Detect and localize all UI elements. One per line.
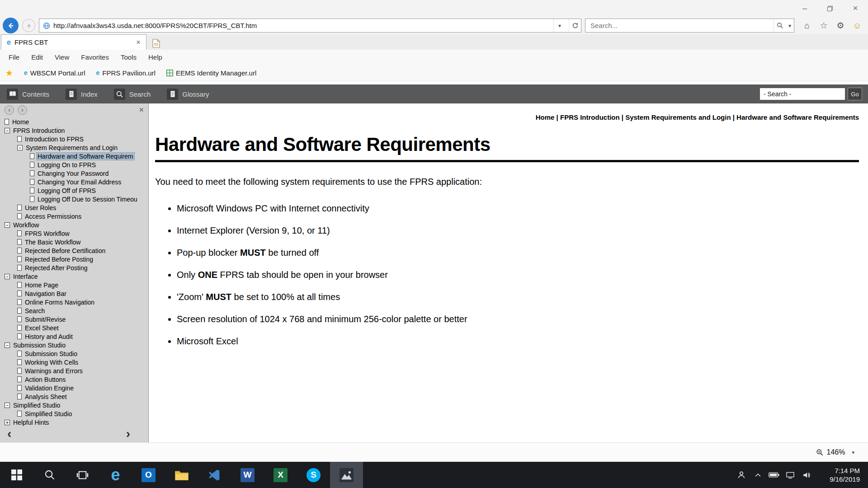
toc-item[interactable]: Analysis Sheet bbox=[0, 392, 148, 401]
toc-item[interactable]: Introduction to FPRS bbox=[0, 135, 148, 143]
toc-item[interactable]: User Roles bbox=[0, 203, 148, 212]
toc-item[interactable]: Action Buttons bbox=[0, 375, 148, 384]
toc-item[interactable]: Validation Engine bbox=[0, 384, 148, 392]
battery-indicator[interactable] bbox=[766, 462, 782, 488]
taskbar-search-button[interactable] bbox=[33, 462, 66, 488]
toc-item[interactable]: Search bbox=[0, 306, 148, 315]
zoom-dropdown-button[interactable]: ▾ bbox=[852, 450, 854, 455]
toc-item[interactable]: Excel Sheet bbox=[0, 324, 148, 332]
toc-forward-button[interactable]: › bbox=[18, 105, 27, 115]
toc-item[interactable]: −Interface bbox=[0, 272, 148, 281]
taskbar-clock[interactable]: 7:14 PM 9/16/2019 bbox=[815, 466, 868, 483]
search-dropdown-button[interactable]: ▾ bbox=[786, 19, 794, 32]
new-tab-button[interactable] bbox=[148, 37, 164, 50]
search-button[interactable] bbox=[774, 19, 786, 32]
toc-item[interactable]: The Basic Workflow bbox=[0, 238, 148, 246]
toc-item[interactable]: Online Forms Navigation bbox=[0, 298, 148, 306]
favorites-button[interactable]: ☆ bbox=[817, 19, 830, 32]
contents-button[interactable]: Contents bbox=[7, 89, 49, 100]
index-button[interactable]: Index bbox=[66, 89, 98, 100]
refresh-button[interactable] bbox=[569, 19, 581, 32]
toc-item[interactable]: Access Permissions bbox=[0, 212, 148, 221]
favorite-eems-identity-manager[interactable]: EEMS Identity Manager.url bbox=[166, 69, 256, 77]
address-bar[interactable]: http://afnvaalx3ws43.usda.net:8000/FPRS%… bbox=[39, 19, 581, 33]
collapse-icon[interactable]: − bbox=[5, 403, 10, 408]
url-text[interactable]: http://afnvaalx3ws43.usda.net:8000/FPRS%… bbox=[53, 22, 550, 29]
toc-item[interactable]: Home Page bbox=[0, 281, 148, 289]
browser-search-input[interactable] bbox=[590, 21, 774, 30]
go-button[interactable]: Go bbox=[848, 88, 862, 100]
favorites-star-icon[interactable]: ★ bbox=[5, 69, 13, 77]
toc-item[interactable]: Changing Your Email Address bbox=[0, 178, 148, 186]
toc-item[interactable]: Navigation Bar bbox=[0, 289, 148, 298]
toc-item[interactable]: Working With Cells bbox=[0, 358, 148, 366]
toc-item[interactable]: −Workflow bbox=[0, 221, 148, 229]
toc-item[interactable]: +Helpful Hints bbox=[0, 418, 148, 427]
taskbar-outlook-button[interactable]: O bbox=[132, 462, 165, 488]
minimize-button[interactable]: – bbox=[792, 0, 817, 17]
taskbar-word-button[interactable]: W bbox=[231, 462, 264, 488]
feedback-button[interactable]: ☺ bbox=[851, 19, 863, 32]
collapse-icon[interactable]: − bbox=[5, 274, 10, 279]
taskbar-photos-button[interactable] bbox=[330, 462, 363, 488]
taskbar-file-explorer-button[interactable] bbox=[165, 462, 198, 488]
forward-button[interactable] bbox=[22, 19, 35, 32]
restore-button[interactable] bbox=[817, 0, 843, 17]
settings-button[interactable]: ⚙ bbox=[834, 19, 847, 32]
task-view-button[interactable] bbox=[66, 462, 99, 488]
collapse-icon[interactable]: − bbox=[5, 128, 10, 133]
toolbar-search-input[interactable] bbox=[760, 88, 845, 100]
taskbar-skype-button[interactable]: S bbox=[297, 462, 330, 488]
toc-item[interactable]: Logging Off Due to Session Timeou bbox=[0, 195, 148, 203]
toc-item[interactable]: Rejected Before Certification bbox=[0, 246, 148, 255]
toc-horizontal-scrollbar[interactable]: ‹ › bbox=[0, 427, 148, 442]
menu-help[interactable]: Help bbox=[142, 53, 168, 61]
toc-back-button[interactable]: ‹ bbox=[5, 105, 14, 115]
collapse-icon[interactable]: − bbox=[5, 343, 10, 348]
toc-item[interactable]: Changing Your Password bbox=[0, 169, 148, 178]
toc-item[interactable]: Home bbox=[0, 117, 148, 126]
address-dropdown-button[interactable]: ▾ bbox=[553, 19, 566, 32]
expand-icon[interactable]: + bbox=[5, 420, 10, 425]
taskbar-ie-button[interactable]: e bbox=[99, 462, 132, 488]
menu-edit[interactable]: Edit bbox=[25, 53, 49, 61]
toc-close-button[interactable]: × bbox=[139, 106, 144, 114]
tab-fprs-cbt[interactable]: e FPRS CBT × bbox=[1, 34, 146, 50]
zoom-level[interactable]: 146% bbox=[827, 448, 845, 456]
menu-favorites[interactable]: Favorites bbox=[75, 53, 115, 61]
toc-item[interactable]: Rejected After Posting bbox=[0, 263, 148, 272]
tray-overflow-button[interactable] bbox=[750, 462, 766, 488]
toc-item[interactable]: Rejected Before Posting bbox=[0, 255, 148, 263]
toc-item[interactable]: Submit/Revise bbox=[0, 315, 148, 324]
toc-item[interactable]: Simplified Studio bbox=[0, 409, 148, 418]
menu-file[interactable]: File bbox=[3, 53, 25, 61]
menu-view[interactable]: View bbox=[49, 53, 75, 61]
toc-item[interactable]: Logging Off of FPRS bbox=[0, 186, 148, 195]
toc-item[interactable]: Submission Studio bbox=[0, 349, 148, 358]
start-button[interactable] bbox=[0, 462, 33, 488]
taskbar-excel-button[interactable]: X bbox=[264, 462, 297, 488]
tab-close-button[interactable]: × bbox=[134, 38, 142, 47]
toc-item[interactable]: FPRS Workflow bbox=[0, 229, 148, 238]
people-button[interactable] bbox=[733, 462, 750, 488]
home-button[interactable]: ⌂ bbox=[801, 19, 813, 32]
close-button[interactable]: × bbox=[843, 0, 868, 17]
collapse-icon[interactable]: − bbox=[5, 222, 10, 228]
favorite-wbscm-portal[interactable]: e WBSCM Portal.url bbox=[24, 69, 85, 77]
collapse-icon[interactable]: − bbox=[17, 145, 23, 150]
favorite-fprs-pavilion[interactable]: e FPRS Pavilion.url bbox=[96, 69, 156, 77]
toc-item[interactable]: Hardware and Software Requirem bbox=[0, 152, 148, 160]
scroll-left-button[interactable]: ‹ bbox=[7, 427, 11, 441]
breadcrumb[interactable]: Home | FPRS Introduction | System Requir… bbox=[155, 113, 859, 121]
volume-indicator[interactable] bbox=[798, 462, 815, 488]
toc-item[interactable]: Warnings and Errors bbox=[0, 366, 148, 375]
glossary-button[interactable]: Glossary bbox=[167, 89, 209, 100]
toc-item[interactable]: −System Requirements and Login bbox=[0, 143, 148, 152]
toc-item[interactable]: −Submission Studio bbox=[0, 341, 148, 349]
toc-item[interactable]: −FPRS Introduction bbox=[0, 126, 148, 135]
back-button[interactable] bbox=[3, 18, 19, 33]
network-indicator[interactable] bbox=[782, 462, 798, 488]
toc-item[interactable]: History and Audit bbox=[0, 332, 148, 341]
scroll-right-button[interactable]: › bbox=[126, 427, 130, 441]
menu-tools[interactable]: Tools bbox=[115, 53, 142, 61]
